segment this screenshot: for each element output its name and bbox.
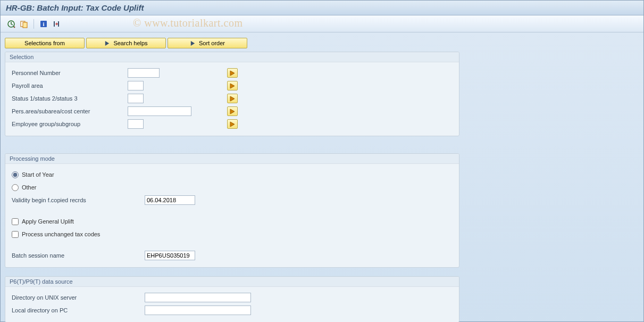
process-unchanged-checkbox[interactable]: Process unchanged tax codes (12, 231, 100, 238)
arrow-right-icon (190, 40, 196, 46)
page-title: HR-GB: Batch Input: Tax Code Uplift (6, 3, 144, 12)
selections-from-button[interactable]: Selections from (5, 38, 85, 48)
pers-area-input[interactable] (128, 106, 191, 116)
button-bar: Selections from Search helps Sort order (5, 38, 639, 48)
content-area: Selections from Search helps Sort order … (1, 32, 643, 321)
sort-order-button[interactable]: Sort order (168, 38, 247, 48)
other-radio-input[interactable] (12, 184, 19, 191)
data-source-group: P6(T)/P9(T) data source Directory on UNI… (5, 276, 459, 322)
execute-icon[interactable] (6, 19, 16, 29)
multiple-selection-button[interactable] (227, 81, 238, 90)
group-title: Selection (5, 52, 459, 62)
arrow-right-icon (104, 40, 110, 46)
emp-group-input[interactable] (128, 119, 144, 129)
validity-begin-label: Validity begin f.copied recrds (12, 197, 145, 203)
status-input[interactable] (128, 94, 144, 103)
multiple-selection-button[interactable] (227, 119, 238, 129)
apply-uplift-checkbox[interactable]: Apply General Uplift (12, 218, 74, 225)
payroll-area-label: Payroll area (12, 82, 128, 89)
other-radio[interactable]: Other (12, 184, 37, 191)
dir-unix-label: Directory on UNIX server (12, 294, 145, 301)
emp-group-label: Employee group/subgroup (12, 121, 128, 127)
processing-mode-group: Processing mode Start of Year Other Vali… (5, 153, 459, 268)
dir-pc-label: Local directory on PC (12, 307, 145, 313)
status-label: Status 1/status 2/status 3 (12, 95, 128, 102)
batch-session-input[interactable] (145, 251, 195, 260)
payroll-area-input[interactable] (128, 81, 144, 90)
process-unchanged-checkbox-input[interactable] (12, 231, 19, 238)
svg-rect-2 (23, 22, 27, 28)
group-title: P6(T)/P9(T) data source (5, 277, 459, 287)
radio-label: Other (22, 184, 37, 191)
multiple-selection-button[interactable] (227, 68, 238, 78)
start-of-year-radio-input[interactable] (12, 171, 19, 178)
svg-text:i: i (43, 21, 44, 27)
button-label: Search helps (113, 40, 147, 46)
variant-icon[interactable] (19, 19, 29, 29)
personnel-number-label: Personnel Number (12, 70, 128, 76)
multiple-selection-button[interactable] (227, 94, 238, 103)
start-of-year-radio[interactable]: Start of Year (12, 171, 54, 178)
dir-pc-input[interactable] (145, 306, 251, 315)
checkbox-label: Process unchanged tax codes (22, 231, 100, 237)
group-title: Processing mode (5, 154, 459, 164)
pers-area-label: Pers.area/subarea/cost center (12, 108, 128, 114)
personnel-number-input[interactable] (128, 68, 160, 78)
button-label: Sort order (199, 40, 225, 46)
search-helps-button[interactable]: Search helps (86, 38, 166, 48)
radio-label: Start of Year (22, 171, 54, 178)
dir-unix-input[interactable] (145, 293, 251, 302)
info-icon[interactable]: i (38, 19, 49, 29)
validity-begin-input[interactable] (145, 195, 195, 205)
multiple-selection-button[interactable] (227, 106, 238, 116)
app-toolbar: i (1, 15, 643, 32)
checkbox-label: Apply General Uplift (22, 218, 74, 225)
title-bar: HR-GB: Batch Input: Tax Code Uplift (1, 1, 643, 15)
apply-uplift-checkbox-input[interactable] (12, 218, 19, 225)
toolbar-separator (34, 19, 34, 29)
collapse-all-icon[interactable] (51, 19, 62, 29)
selection-group: Selection Personnel Number Payroll area … (5, 52, 459, 136)
sap-window: HR-GB: Batch Input: Tax Code Uplift i © … (0, 0, 644, 322)
batch-session-label: Batch session name (12, 252, 145, 259)
button-label: Selections from (24, 40, 65, 46)
